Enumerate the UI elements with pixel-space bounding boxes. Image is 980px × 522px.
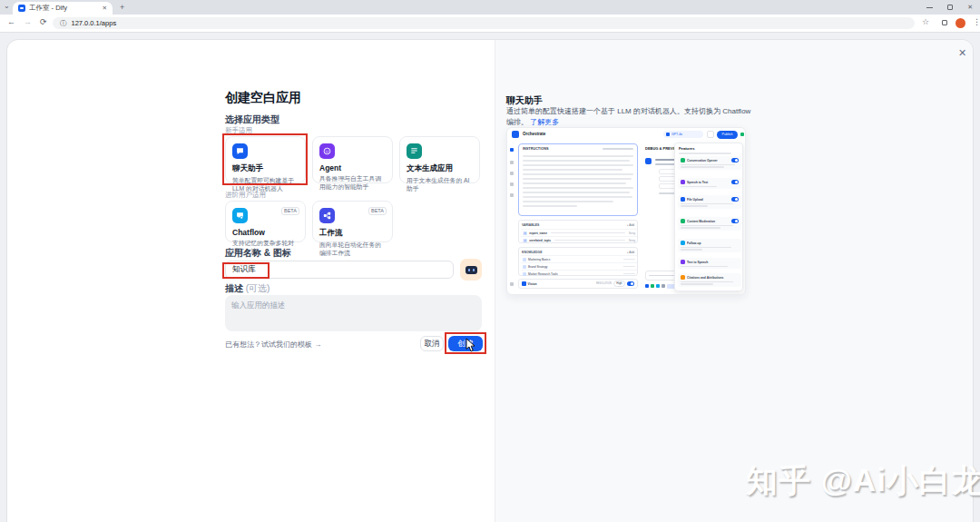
vision-row: Vision RESOLUTION High	[518, 279, 638, 289]
instructions-panel: INSTRUCTIONS	[518, 143, 638, 216]
workflow-icon	[319, 208, 335, 223]
browser-toolbar: ← → ⟳ ⓘ 127.0.0.1/apps ☆ ⋮	[0, 15, 980, 32]
window-close-button[interactable]: ✕	[967, 4, 973, 11]
feature-row: Conversation Opener	[678, 156, 741, 170]
emoji-icon	[662, 284, 665, 288]
variable-name: expert_name	[529, 231, 547, 235]
app-type-title: 工作流	[319, 228, 386, 239]
app-type-card-text-generation[interactable]: 文本生成应用 用于文本生成任务的 AI 助手	[399, 136, 480, 183]
app-type-title: Chatflow	[232, 228, 299, 237]
arrow-right-icon: →	[314, 340, 321, 349]
knowledge-row: Brand Strategy	[521, 262, 637, 270]
preview-screenshot: Orchestrate GPT-4o Publish INSTRUCTIONS	[506, 127, 746, 295]
app-name-input[interactable]	[225, 261, 454, 279]
app-name-label: 应用名称 & 图标	[225, 247, 291, 260]
app-type-desc: 面向单轮自动化任务的编排工作流	[319, 241, 386, 257]
browser-tab[interactable]: 工作室 - Dify ✕	[13, 2, 113, 15]
publish-button: Publish	[717, 131, 738, 139]
rail-icon	[510, 172, 514, 175]
document-icon	[523, 272, 526, 276]
url-text: 127.0.0.1/apps	[72, 19, 117, 27]
chat-assistant-icon	[232, 143, 248, 159]
app-type-title: 文本生成应用	[407, 163, 473, 174]
knowledge-name: Market Research Tools	[528, 272, 558, 276]
emoji-icon	[645, 284, 649, 288]
features-subtitle	[679, 153, 731, 154]
app-type-card-chatflow[interactable]: BETA Chatflow 支持记忆的复杂多轮对话工作流	[225, 201, 306, 242]
window-controls: ✕	[926, 0, 973, 15]
content-moderation-icon	[681, 219, 685, 223]
variable-type: String	[629, 239, 635, 242]
feature-row: File Upload	[678, 195, 741, 209]
feature-toggle-on	[731, 158, 739, 163]
advanced-group-label: 进阶用户适用	[225, 191, 266, 200]
variable-type: String	[629, 231, 635, 235]
feature-toggle-on	[731, 180, 739, 184]
feature-row: Annotation Reply	[678, 294, 741, 295]
variable-tag-icon: {x}	[523, 239, 527, 242]
instructions-label: INSTRUCTIONS	[523, 147, 548, 151]
add-variable-button: + Add	[627, 223, 634, 227]
app-icon-picker[interactable]	[460, 259, 482, 281]
screen: ⌄ 工作室 - Dify ✕ + ✕ ← → ⟳ ⓘ 127.0.0.1/app…	[0, 0, 980, 522]
speech-to-text-icon	[681, 180, 685, 184]
app-type-title: 聊天助手	[232, 163, 299, 174]
vision-label: Vision	[528, 282, 537, 286]
tab-search-icon[interactable]: ⌄	[4, 2, 10, 10]
reload-icon[interactable]: ⟳	[40, 17, 47, 26]
dialog-title: 创建空白应用	[225, 90, 301, 106]
feature-toggle-on	[731, 219, 739, 223]
description-textarea[interactable]	[225, 295, 482, 331]
app-type-card-workflow[interactable]: BETA 工作流 面向单轮自动化任务的编排工作流	[312, 201, 393, 242]
feature-row: Citations and Attributions	[678, 273, 741, 287]
knowledge-label: KNOWLEDGE	[522, 251, 542, 254]
feature-row: Speech to Text	[678, 178, 741, 189]
text-generation-icon	[407, 143, 422, 159]
knowledge-row: Marketing Basics	[521, 255, 637, 262]
template-hint-link[interactable]: 已有想法？试试我们的模板 →	[225, 340, 321, 350]
extensions-icon[interactable]	[942, 20, 947, 25]
dialog-close-icon[interactable]: ✕	[958, 47, 966, 59]
cancel-button[interactable]: 取消	[420, 336, 444, 351]
window-minimize-button[interactable]	[926, 7, 933, 8]
variable-row: {x} expert_name String	[521, 229, 637, 236]
address-bar[interactable]: ⓘ 127.0.0.1/apps	[53, 17, 915, 29]
knowledge-row: Market Research Tools	[521, 270, 637, 277]
description-label-text: 描述	[225, 283, 243, 293]
feature-row: Text to Speech	[678, 258, 741, 269]
learn-more-link[interactable]: 了解更多	[530, 118, 559, 126]
forward-icon[interactable]: →	[24, 17, 32, 26]
feature-row: Content Moderation	[678, 217, 741, 231]
back-icon[interactable]: ←	[7, 17, 15, 26]
app-type-card-chat-assistant[interactable]: 聊天助手 简单配置即可构建基于 LLM 的对话机器人	[225, 136, 306, 183]
file-upload-icon	[681, 197, 685, 202]
rail-icon	[510, 193, 514, 197]
text-to-speech-icon	[681, 260, 685, 264]
profile-avatar[interactable]	[956, 18, 965, 28]
resolution-value: High	[613, 281, 625, 288]
window-maximize-button[interactable]	[947, 5, 953, 10]
document-icon	[523, 265, 526, 269]
app-type-card-agent[interactable]: Agent 具备推理与自主工具调用能力的智能助手	[312, 136, 393, 183]
bookmark-icon[interactable]: ☆	[922, 17, 929, 26]
beta-badge: BETA	[368, 207, 387, 215]
robot-emoji-icon	[466, 266, 477, 274]
agent-icon	[319, 143, 335, 159]
follow-up-icon	[681, 241, 685, 245]
knowledge-name: Brand Strategy	[528, 265, 547, 269]
features-label: Features	[679, 146, 694, 151]
variables-label: VARIABLES	[522, 223, 539, 227]
dify-logo-icon	[512, 131, 519, 138]
emoji-icon	[651, 284, 654, 288]
tab-close-icon[interactable]: ✕	[103, 5, 107, 12]
description-label: 描述 (可选)	[225, 282, 270, 295]
model-name: GPT-4o	[671, 133, 682, 136]
knowledge-name: Marketing Basics	[528, 258, 550, 261]
browser-menu-icon[interactable]: ⋮	[973, 17, 980, 26]
site-info-icon[interactable]: ⓘ	[60, 19, 67, 28]
model-selector: GPT-4o	[663, 131, 703, 138]
citations-icon	[681, 275, 685, 280]
feature-row: Follow-up	[678, 239, 741, 252]
new-tab-button[interactable]: +	[120, 3, 124, 12]
create-button[interactable]: 创建	[448, 336, 483, 351]
